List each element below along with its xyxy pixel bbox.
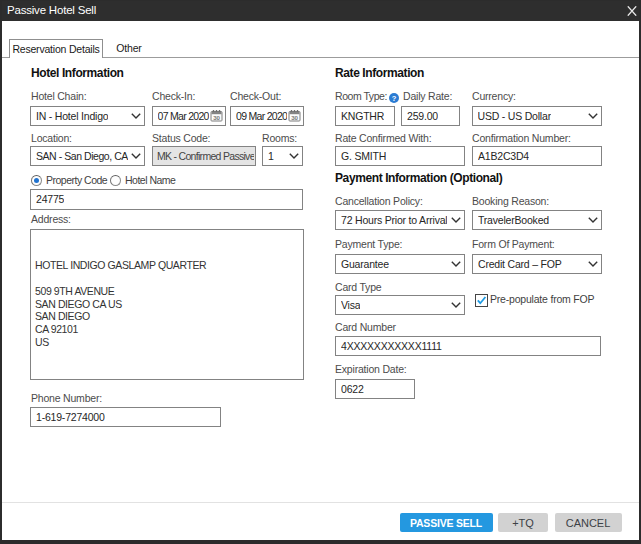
location-value: SAN - San Diego, CA: [36, 150, 128, 162]
payment-information-heading: Payment Information (Optional): [335, 171, 502, 186]
property-code-input[interactable]: 24775: [30, 189, 303, 210]
daily-rate-value: 259.00: [407, 110, 438, 122]
rate-confirmed-with-input[interactable]: G. SMITH: [335, 146, 465, 166]
hotel-chain-value: IN - Hotel Indigo: [36, 110, 108, 122]
form-of-payment-label: Form Of Payment:: [472, 238, 555, 251]
chevron-down-icon: [451, 217, 461, 223]
card-type-select[interactable]: Visa: [335, 295, 465, 315]
card-type-label: Card Type: [335, 281, 381, 294]
cancellation-policy-value: 72 Hours Prior to Arrival: [341, 214, 447, 226]
expiration-date-value: 0622: [341, 383, 364, 395]
chevron-down-icon: [131, 113, 141, 119]
chevron-down-icon: [451, 261, 461, 267]
room-type-input[interactable]: KNGTHR: [335, 106, 395, 126]
currency-label: Currency:: [472, 90, 516, 103]
calendar-icon: 30: [288, 109, 301, 122]
status-code-value: MK - Confirmed Passive: [157, 150, 254, 162]
check-in-label: Check-In:: [152, 90, 195, 103]
form-of-payment-select[interactable]: Credit Card – FOP: [472, 254, 602, 274]
cancel-button[interactable]: CANCEL: [555, 513, 622, 532]
rate-confirmed-with-label: Rate Confirmed With:: [335, 132, 431, 145]
chevron-down-icon: [131, 153, 141, 159]
check-out-datepicker[interactable]: 09 Mar 2020 30: [230, 106, 304, 126]
check-out-label: Check-Out:: [230, 90, 281, 103]
payment-type-value: Guarantee: [341, 258, 389, 270]
tab-other[interactable]: Other: [104, 40, 154, 57]
hotel-chain-label: Hotel Chain:: [31, 90, 86, 103]
phone-number-value: 1-619-7274000: [36, 411, 105, 423]
card-number-input[interactable]: 4XXXXXXXXXXX1111: [335, 336, 601, 356]
location-select[interactable]: SAN - San Diego, CA: [30, 146, 145, 166]
rooms-label: Rooms:: [262, 132, 297, 145]
phone-number-input[interactable]: 1-619-7274000: [30, 407, 221, 427]
hotel-information-heading: Hotel Information: [31, 66, 124, 81]
expiration-date-label: Expiration Date:: [335, 363, 407, 376]
property-code-radio[interactable]: [31, 175, 42, 186]
confirmation-number-value: A1B2C3D4: [478, 150, 529, 162]
chevron-down-icon: [451, 302, 461, 308]
svg-text:30: 30: [213, 114, 220, 121]
hotel-name-radio[interactable]: [110, 175, 121, 186]
payment-type-select[interactable]: Guarantee: [335, 254, 465, 274]
rate-confirmed-with-value: G. SMITH: [341, 150, 386, 162]
svg-text:30: 30: [291, 114, 298, 121]
room-type-label: Room Type:: [335, 90, 387, 103]
booking-reason-value: TravelerBooked: [478, 214, 549, 226]
info-icon[interactable]: ?: [389, 93, 399, 103]
location-label: Location:: [31, 132, 72, 145]
check-icon: [476, 295, 487, 306]
prepopulate-checkbox-label[interactable]: Pre-populate from FOP: [490, 293, 594, 306]
check-out-value: 09 Mar 2020: [236, 110, 287, 122]
card-number-label: Card Number: [335, 321, 396, 334]
card-number-value: 4XXXXXXXXXXX1111: [341, 340, 442, 352]
status-code-field: MK - Confirmed Passive: [152, 146, 256, 166]
room-type-value: KNGTHR: [341, 110, 384, 122]
chevron-down-icon: [289, 153, 299, 159]
daily-rate-label: Daily Rate:: [403, 90, 452, 103]
booking-reason-label: Booking Reason:: [472, 195, 549, 208]
property-code-radio-label[interactable]: Property Code: [46, 174, 107, 187]
svg-text:?: ?: [392, 93, 397, 102]
confirmation-number-label: Confirmation Number:: [472, 132, 571, 145]
property-code-value: 24775: [36, 193, 64, 205]
passive-hotel-sell-dialog: Passive Hotel Sell Reservation Details O…: [0, 0, 641, 544]
chevron-down-icon: [588, 113, 598, 119]
close-button[interactable]: [622, 0, 641, 21]
rooms-select[interactable]: 1: [262, 146, 303, 166]
cancellation-policy-select[interactable]: 72 Hours Prior to Arrival: [335, 210, 465, 230]
booking-reason-select[interactable]: TravelerBooked: [472, 210, 602, 230]
rate-information-heading: Rate Information: [335, 66, 424, 81]
title-bar[interactable]: Passive Hotel Sell: [0, 0, 641, 21]
prepopulate-checkbox[interactable]: [475, 294, 488, 307]
tq-button[interactable]: +TQ: [498, 513, 548, 532]
currency-select[interactable]: USD - US Dollar: [472, 106, 602, 126]
card-type-value: Visa: [341, 299, 360, 311]
confirmation-number-input[interactable]: A1B2C3D4: [472, 146, 602, 166]
passive-sell-button[interactable]: PASSIVE SELL: [400, 513, 493, 532]
check-in-datepicker[interactable]: 07 Mar 2020 30: [152, 106, 226, 126]
rooms-value: 1: [268, 150, 274, 162]
check-in-value: 07 Mar 2020: [158, 110, 209, 122]
cancellation-policy-label: Cancellation Policy:: [335, 195, 423, 208]
hotel-name-radio-label[interactable]: Hotel Name: [125, 174, 175, 187]
footer-separator: [2, 502, 639, 503]
chevron-down-icon: [588, 217, 598, 223]
close-icon: [627, 6, 637, 16]
status-code-label: Status Code:: [152, 132, 210, 145]
chevron-down-icon: [588, 261, 598, 267]
tab-reservation-details[interactable]: Reservation Details: [9, 39, 103, 58]
expiration-date-input[interactable]: 0622: [335, 379, 415, 399]
daily-rate-input[interactable]: 259.00: [401, 106, 460, 126]
hotel-chain-select[interactable]: IN - Hotel Indigo: [30, 106, 145, 126]
window-title: Passive Hotel Sell: [7, 0, 96, 21]
phone-number-label: Phone Number:: [31, 392, 102, 405]
currency-value: USD - US Dollar: [478, 110, 551, 122]
payment-type-label: Payment Type:: [335, 238, 402, 251]
address-label: Address:: [31, 213, 71, 226]
form-of-payment-value: Credit Card – FOP: [478, 258, 562, 270]
calendar-icon: 30: [210, 109, 223, 122]
address-textarea[interactable]: HOTEL INDIGO GASLAMP QUARTER 509 9TH AVE…: [30, 229, 304, 380]
